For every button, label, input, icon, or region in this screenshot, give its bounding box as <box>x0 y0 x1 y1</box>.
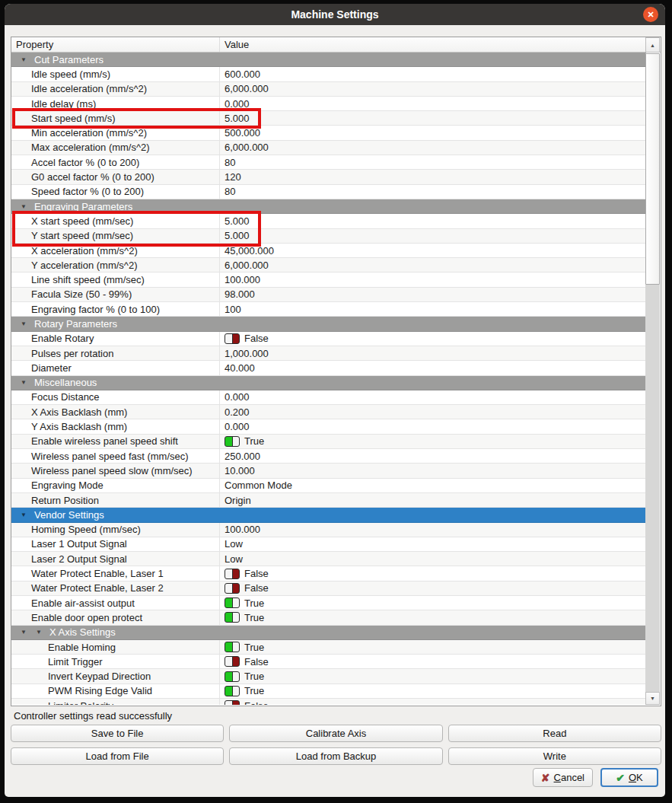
save-to-file-button[interactable]: Save to File <box>11 725 224 742</box>
section-row-engraving-parameters[interactable]: ▼Engraving Parameters <box>11 199 646 214</box>
table-row-invert-keypad-direction[interactable]: Invert Keypad DirectionTrue <box>11 669 646 684</box>
value-cell[interactable]: 1,000.000 <box>219 346 646 360</box>
toggle-switch-icon[interactable] <box>225 642 240 652</box>
value-cell[interactable]: 100.000 <box>219 272 646 286</box>
property-cell[interactable]: Pulses per rotation <box>11 348 219 359</box>
value-cell[interactable]: 250.000 <box>219 449 646 463</box>
value-cell[interactable]: True <box>219 610 646 624</box>
property-cell[interactable]: Laser 2 Output Signal <box>11 553 219 565</box>
value-cell[interactable]: 10.000 <box>219 464 646 477</box>
property-cell[interactable]: Focus Distance <box>11 391 219 403</box>
table-row-x-acceleration-mm-s-2[interactable]: X acceleration (mm/s^2)45,000.000 <box>11 244 646 258</box>
value-cell[interactable]: True <box>219 435 646 448</box>
property-cell[interactable]: Return Position <box>11 495 219 506</box>
table-row-y-acceleration-mm-s-2[interactable]: Y acceleration (mm/s^2)6,000.000 <box>11 258 646 272</box>
table-row-y-start-speed-mm-sec[interactable]: Y start speed (mm/sec)5.000 <box>11 229 646 244</box>
toggle-switch-icon[interactable] <box>225 597 240 608</box>
table-row-facula-size-50-99[interactable]: Facula Size (50 - 99%)98.000 <box>11 288 646 302</box>
table-row-engraving-factor-0-to-100[interactable]: Engraving factor % (0 to 100)100 <box>11 302 646 317</box>
table-row-focus-distance[interactable]: Focus Distance0.000 <box>11 390 646 405</box>
property-cell[interactable]: Facula Size (50 - 99%) <box>11 288 219 300</box>
value-cell[interactable]: 0.000 <box>219 419 646 433</box>
collapse-triangle-icon[interactable]: ▼ <box>36 629 45 636</box>
value-cell[interactable]: 5.000 <box>219 214 646 228</box>
table-row-x-start-speed-mm-sec[interactable]: X start speed (mm/sec)5.000 <box>11 214 646 228</box>
table-row-wireless-panel-speed-slow-mm-sec[interactable]: Wireless panel speed slow (mm/sec)10.000 <box>11 464 646 478</box>
property-cell[interactable]: Water Protect Enable, Laser 2 <box>11 582 219 594</box>
table-row-engraving-mode[interactable]: Engraving ModeCommon Mode <box>11 479 646 493</box>
property-cell[interactable]: Limiter Polarity <box>11 700 219 705</box>
value-cell[interactable]: False <box>219 566 646 580</box>
collapse-triangle-icon[interactable]: ▼ <box>21 56 30 63</box>
section-row-rotary-parameters[interactable]: ▼Rotary Parameters <box>11 317 646 331</box>
toggle-switch-icon[interactable] <box>225 656 240 667</box>
value-cell[interactable]: Low <box>219 552 646 566</box>
property-cell[interactable]: G0 accel factor % (0 to 200) <box>11 171 219 183</box>
value-cell[interactable]: Common Mode <box>219 479 646 492</box>
property-cell[interactable]: PWM Rising Edge Valid <box>11 685 219 696</box>
cancel-button[interactable]: ✘ Cancel <box>533 768 593 787</box>
section-row-miscellaneous[interactable]: ▼Miscellaneous <box>11 376 646 390</box>
collapse-triangle-icon[interactable]: ▼ <box>21 379 30 386</box>
table-row-y-axis-backlash-mm[interactable]: Y Axis Backlash (mm)0.000 <box>11 419 646 434</box>
value-cell[interactable]: 5.000 <box>219 229 646 243</box>
value-cell[interactable]: False <box>219 332 646 346</box>
property-cell[interactable]: Enable Homing <box>11 642 219 653</box>
value-cell[interactable]: 600.000 <box>219 67 646 81</box>
table-row-limiter-polarity[interactable]: Limiter PolarityFalse <box>11 699 646 705</box>
table-row-idle-acceleration-mm-s-2[interactable]: Idle acceleration (mm/s^2)6,000.000 <box>11 82 646 97</box>
property-cell[interactable]: Enable door open protect <box>11 612 219 623</box>
table-row-line-shift-speed-mm-sec[interactable]: Line shift speed (mm/sec)100.000 <box>11 272 646 287</box>
value-cell[interactable]: 80 <box>219 185 646 199</box>
column-header-value[interactable]: Value <box>219 37 646 52</box>
toggle-switch-icon[interactable] <box>225 612 240 623</box>
table-row-accel-factor-0-to-200[interactable]: Accel factor % (0 to 200)80 <box>11 155 646 170</box>
calibrate-axis-button[interactable]: Calibrate Axis <box>229 725 442 742</box>
toggle-switch-icon[interactable] <box>225 700 240 705</box>
table-row-water-protect-enable-laser-2[interactable]: Water Protect Enable, Laser 2False <box>11 582 646 596</box>
property-cell[interactable]: Min acceleration (mm/s^2) <box>11 127 219 139</box>
property-cell[interactable]: Idle delay (ms) <box>11 98 219 110</box>
property-cell[interactable]: Laser 1 Output Signal <box>11 538 219 550</box>
value-cell[interactable]: 98.000 <box>219 288 646 301</box>
toggle-switch-icon[interactable] <box>225 583 240 594</box>
property-cell[interactable]: Engraving factor % (0 to 100) <box>11 304 219 315</box>
property-cell[interactable]: Enable air-assist output <box>11 597 219 609</box>
property-cell[interactable]: Invert Keypad Direction <box>11 671 219 682</box>
load-from-backup-button[interactable]: Load from Backup <box>229 747 442 765</box>
value-cell[interactable]: 40.000 <box>219 361 646 374</box>
toggle-switch-icon[interactable] <box>225 569 240 579</box>
collapse-triangle-icon[interactable]: ▼ <box>21 203 30 210</box>
collapse-triangle-icon[interactable]: ▼ <box>21 320 30 327</box>
section-row-cut-parameters[interactable]: ▼Cut Parameters <box>11 53 646 67</box>
value-cell[interactable]: 0.000 <box>219 390 646 404</box>
property-cell[interactable]: Speed factor % (0 to 200) <box>11 186 219 197</box>
scroll-up-icon[interactable]: ▲ <box>645 37 660 53</box>
property-cell[interactable]: Y start speed (mm/sec) <box>11 230 219 241</box>
property-cell[interactable]: Enable Rotary <box>11 333 219 344</box>
title-bar[interactable]: Machine Settings ✕ <box>5 4 665 25</box>
ok-button[interactable]: ✔ OK <box>600 768 658 787</box>
table-row-enable-door-open-protect[interactable]: Enable door open protectTrue <box>11 610 646 625</box>
load-from-file-button[interactable]: Load from File <box>11 747 224 765</box>
scroll-down-icon[interactable]: ▼ <box>645 692 660 705</box>
table-row-water-protect-enable-laser-1[interactable]: Water Protect Enable, Laser 1False <box>11 566 646 581</box>
table-row-homing-speed-mm-sec[interactable]: Homing Speed (mm/sec)100.000 <box>11 523 646 537</box>
property-cell[interactable]: Wireless panel speed fast (mm/sec) <box>11 451 219 462</box>
table-row-return-position[interactable]: Return PositionOrigin <box>11 493 646 508</box>
property-cell[interactable]: Engraving Mode <box>11 480 219 491</box>
property-cell[interactable]: X Axis Backlash (mm) <box>11 406 219 418</box>
value-cell[interactable]: True <box>219 684 646 698</box>
table-row-laser-1-output-signal[interactable]: Laser 1 Output SignalLow <box>11 537 646 552</box>
value-cell[interactable]: 0.000 <box>219 97 646 110</box>
value-cell[interactable]: 6,000.000 <box>219 141 646 155</box>
value-cell[interactable]: 6,000.000 <box>219 82 646 96</box>
value-cell[interactable]: False <box>219 582 646 595</box>
table-row-idle-speed-mm-s[interactable]: Idle speed (mm/s)600.000 <box>11 67 646 81</box>
write-button[interactable]: Write <box>448 747 661 765</box>
value-cell[interactable]: 100.000 <box>219 523 646 537</box>
value-cell[interactable]: False <box>219 699 646 705</box>
table-row-laser-2-output-signal[interactable]: Laser 2 Output SignalLow <box>11 552 646 566</box>
section-row-vendor-settings[interactable]: ▼Vendor Settings <box>11 508 646 522</box>
table-row-limit-trigger[interactable]: Limit TriggerFalse <box>11 655 646 669</box>
